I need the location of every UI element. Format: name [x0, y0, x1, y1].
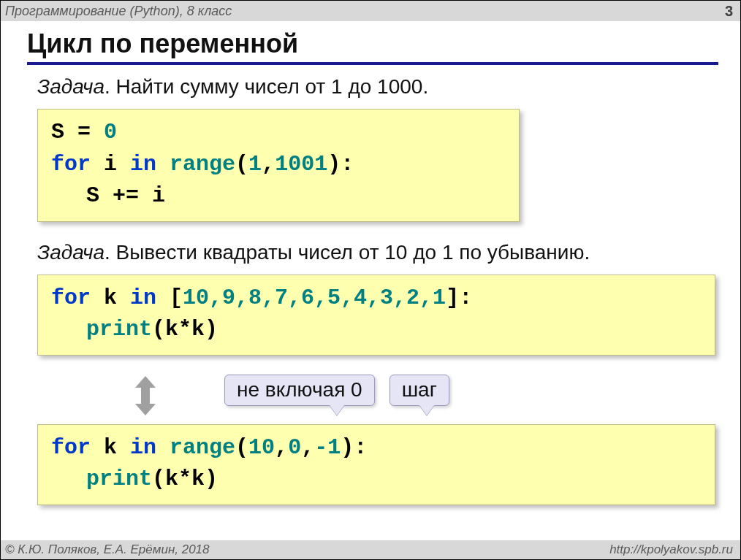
- task-2: Задача. Вывести квадраты чисел от 10 до …: [37, 241, 718, 264]
- up-down-arrow-icon: [132, 376, 159, 418]
- callout-not-including-zero: не включая 0: [224, 375, 375, 406]
- code-func: print: [86, 317, 152, 342]
- code-keyword: in: [130, 152, 156, 177]
- code-number: 1001: [275, 152, 327, 177]
- svg-marker-0: [135, 376, 156, 415]
- task-label: Задача: [37, 75, 104, 98]
- slide-title: Цикл по переменной: [27, 28, 718, 65]
- code-text: ]:: [446, 285, 472, 310]
- code-text: (k*k): [152, 467, 218, 491]
- code-text: S =: [51, 120, 104, 145]
- code-number: 0: [104, 120, 117, 145]
- code-number: 0: [288, 435, 301, 460]
- code-number: 10,9,8,7,6,5,4,3,2,1: [183, 285, 446, 310]
- code-text: (: [235, 435, 248, 460]
- code-keyword: for: [51, 435, 91, 460]
- task-1: Задача. Найти сумму чисел от 1 до 1000.: [37, 75, 718, 99]
- code-text: [156, 152, 170, 177]
- slide-body: Цикл по переменной Задача. Найти сумму ч…: [1, 21, 740, 540]
- code-number: 10: [248, 435, 275, 460]
- code-keyword: in: [130, 285, 156, 310]
- code-text: ):: [327, 152, 354, 177]
- code-text: (: [235, 152, 248, 177]
- code-keyword: for: [51, 152, 91, 177]
- task-text: . Вывести квадраты чисел от 10 до 1 по у…: [104, 241, 590, 264]
- code-text: S += i: [86, 183, 165, 208]
- task-label: Задача: [37, 241, 104, 264]
- code-number: 1: [248, 152, 262, 177]
- copyright: © К.Ю. Поляков, Е.А. Ерёмин, 2018: [5, 542, 210, 557]
- task-text: . Найти сумму чисел от 1 до 1000.: [104, 75, 428, 98]
- code-keyword: for: [51, 285, 91, 310]
- code-text: k: [91, 285, 130, 310]
- code-number: -1: [314, 435, 341, 460]
- code-keyword: in: [130, 435, 156, 460]
- code-text: [156, 435, 170, 460]
- code-func: range: [170, 152, 235, 177]
- code-block-2: for k in [10,9,8,7,6,5,4,3,2,1]: print(k…: [37, 275, 715, 356]
- code-text: ,: [275, 435, 288, 460]
- course-title: Программирование (Python), 8 класс: [5, 4, 232, 19]
- page-number: 3: [725, 3, 733, 20]
- code-text: ,: [262, 152, 275, 177]
- callout-step: шаг: [390, 375, 449, 406]
- footer-url: http://kpolyakov.spb.ru: [609, 542, 733, 557]
- code-block-3: for k in range(10,0,-1): print(k*k): [37, 424, 715, 505]
- slide-header: Программирование (Python), 8 класс 3: [1, 1, 740, 21]
- code-text: (k*k): [152, 317, 218, 342]
- code-text: [: [156, 285, 183, 310]
- code-text: k: [91, 435, 130, 460]
- code-block-1: S = 0 for i in range(1,1001): S += i: [37, 109, 520, 222]
- annotation-row: не включая 0 шаг: [37, 375, 718, 420]
- code-text: ,: [301, 435, 314, 460]
- slide-footer: © К.Ю. Поляков, Е.А. Ерёмин, 2018 http:/…: [1, 540, 740, 559]
- code-text: i: [91, 152, 130, 177]
- code-func: range: [170, 435, 235, 460]
- code-text: ):: [341, 435, 367, 460]
- code-func: print: [86, 467, 152, 491]
